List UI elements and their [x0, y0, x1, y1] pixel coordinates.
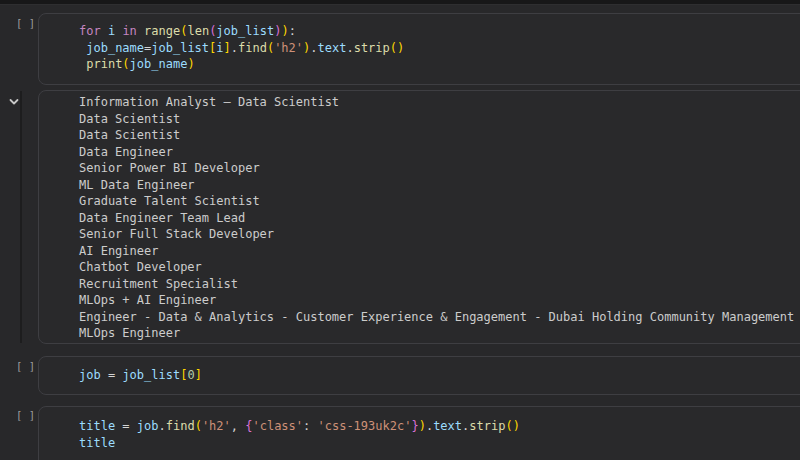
- cell-output: Information Analyst – Data ScientistData…: [38, 90, 800, 344]
- output-line: AI Engineer: [79, 243, 800, 260]
- output-line: Recruitment Specialist: [79, 276, 800, 293]
- output-line: Senior Power BI Developer: [79, 160, 800, 177]
- cell-focus-bar: [20, 91, 22, 343]
- output-line: ML Data Engineer: [79, 177, 800, 194]
- code-editor-3[interactable]: title = job.find('h2', {'class': 'css-19…: [39, 407, 800, 451]
- output-line: Information Analyst – Data Scientist: [79, 94, 800, 111]
- code-line: job_name=job_list[i].find('h2').text.str…: [79, 40, 800, 57]
- output-text: Information Analyst – Data ScientistData…: [79, 94, 800, 342]
- code-line: print(job_name): [79, 56, 800, 73]
- code-line: title = job.find('h2', {'class': 'css-19…: [79, 418, 800, 435]
- output-line: Chatbot Developer: [79, 259, 800, 276]
- output-line: Data Scientist: [79, 111, 800, 128]
- window-top-edge: [0, 0, 800, 5]
- code-editor-2[interactable]: job = job_list[0]: [39, 357, 800, 384]
- output-line: Data Engineer: [79, 144, 800, 161]
- code-cell-3[interactable]: title = job.find('h2', {'class': 'css-19…: [38, 406, 800, 460]
- code-line: title: [79, 435, 800, 452]
- output-line: MLOps + AI Engineer: [79, 292, 800, 309]
- output-line: MLOps Engineer: [79, 325, 800, 342]
- code-cell-1[interactable]: for i in range(len(job_list)): job_name=…: [38, 13, 800, 85]
- execution-count-cell-2: [ ]: [16, 360, 40, 372]
- code-cell-2[interactable]: job = job_list[0]: [38, 356, 800, 395]
- execution-count-cell-1: [ ]: [16, 17, 40, 29]
- code-editor-1[interactable]: for i in range(len(job_list)): job_name=…: [39, 14, 800, 73]
- output-line: Senior Full Stack Developer: [79, 226, 800, 243]
- output-line: Engineer - Data & Analytics - Customer E…: [79, 309, 800, 326]
- output-line: Graduate Talent Scientist: [79, 193, 800, 210]
- execution-count-cell-3: [ ]: [16, 409, 40, 421]
- output-line: Data Scientist: [79, 127, 800, 144]
- output-line: Data Engineer Team Lead: [79, 210, 800, 227]
- chevron-down-icon: [7, 95, 21, 109]
- code-line: job = job_list[0]: [79, 367, 800, 384]
- code-line: for i in range(len(job_list)):: [79, 23, 800, 40]
